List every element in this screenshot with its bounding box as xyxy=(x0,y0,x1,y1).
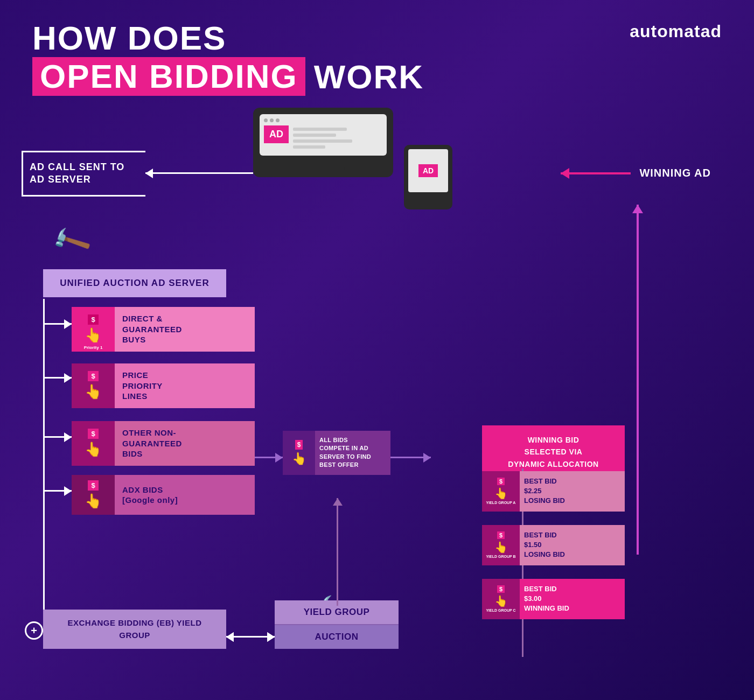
arrow-auction-up-head xyxy=(333,498,343,506)
arrow-monitor-to-adcall xyxy=(145,172,253,174)
yg-c-text: BEST BID$3.00WINNING BID xyxy=(520,579,625,619)
arrow-to-center-head xyxy=(275,453,283,463)
line1 xyxy=(293,128,347,131)
winning-bid-title: WINNING BIDSELECTED VIADYNAMIC ALLOCATIO… xyxy=(490,434,617,470)
winning-ad-arrowhead xyxy=(561,168,569,179)
monitor-stand xyxy=(312,156,334,166)
yg-b-text: BEST BID$1.50LOSING BID xyxy=(520,525,625,565)
item-icon-3: $ 👆 xyxy=(72,421,115,466)
yg-c-hand: 👆 xyxy=(494,594,508,607)
yg-b-dollar: $ xyxy=(497,531,505,539)
exchange-bidding-label: EXCHANGE BIDDING (EB) YIELD GROUP xyxy=(67,618,201,640)
item-icon-4: $ 👆 xyxy=(72,475,115,515)
hand-icon-2: 👆 xyxy=(85,383,102,400)
arrow-center-to-win xyxy=(390,457,431,458)
title-highlight: OPEN BIDDING xyxy=(32,57,305,96)
item-icon-1: $ 👆 Priority 1 xyxy=(72,307,115,352)
gavel-icon-top: 🔨 xyxy=(48,220,93,263)
monitor-content: AD xyxy=(264,125,382,151)
title-area: HOW DOES OPEN BIDDING WORK xyxy=(32,22,424,96)
logo: automatad xyxy=(630,22,722,41)
winning-ad-arrow xyxy=(561,172,631,174)
dollar-2: $ xyxy=(88,371,98,381)
yield-auction-box: YIELD GROUP AUCTION xyxy=(275,600,399,649)
winning-ad-label: WINNING AD xyxy=(639,167,711,179)
h-arrow-3-head xyxy=(64,432,72,442)
unified-auction-box: UNIFIED AUCTION AD SERVER xyxy=(43,269,226,297)
arrowhead-left xyxy=(145,169,153,178)
line3 xyxy=(293,139,352,143)
h-arrow-4-head xyxy=(64,486,72,496)
double-arrow-wrapper xyxy=(226,636,275,638)
dot2 xyxy=(270,118,274,122)
h-arrow-2-head xyxy=(64,373,72,383)
arrow-up-arrowhead xyxy=(632,205,643,213)
all-bids-icon: $ 👆 xyxy=(283,431,315,475)
yg-b-name: YIELD GROUP B xyxy=(486,555,515,558)
hand-icon-1: 👆 xyxy=(85,327,102,344)
title-row2: OPEN BIDDING WORK xyxy=(32,57,424,96)
yg-a-name: YIELD GROUP A xyxy=(486,501,516,505)
all-bids-text: ALL BIDSCOMPETE IN ADSERVER TO FINDBEST … xyxy=(315,431,390,475)
item-box-1: $ 👆 Priority 1 DIRECT &GUARANTEEDBUYS xyxy=(72,307,255,352)
tablet-screen: AD xyxy=(408,149,448,192)
title-suffix: WORK xyxy=(314,58,424,96)
arrow-to-center xyxy=(255,457,283,458)
plus-circle: + xyxy=(25,621,43,640)
exchange-bidding-box: EXCHANGE BIDDING (EB) YIELD GROUP xyxy=(43,610,226,649)
yield-group-a: $ 👆 YIELD GROUP A BEST BID$2.25LOSING BI… xyxy=(482,471,625,512)
monitor-lines xyxy=(293,128,352,151)
monitor: AD AD xyxy=(253,108,393,177)
item-label-2: PRICEPRIORITYLINES xyxy=(115,363,255,408)
yg-a-text: BEST BID$2.25LOSING BID xyxy=(520,471,625,512)
yg-b-hand: 👆 xyxy=(494,541,508,554)
winning-ad-area: WINNING AD xyxy=(561,167,711,179)
line2 xyxy=(293,134,336,137)
monitor-illustration: AD AD xyxy=(253,108,425,177)
dollar-3: $ xyxy=(88,429,98,439)
yg-c-dollar: $ xyxy=(497,585,505,593)
tablet-ad-label: AD xyxy=(418,164,438,177)
arrow-up-right xyxy=(637,205,639,555)
all-bids-hand: 👆 xyxy=(292,452,306,466)
yg-b-icon: $ 👆 YIELD GROUP B xyxy=(482,525,520,565)
yg-a-hand: 👆 xyxy=(494,487,508,500)
yield-group-c: $ 👆 YIELD GROUP C BEST BID$3.00WINNING B… xyxy=(482,579,625,619)
h-arrow-4 xyxy=(45,490,72,492)
title-line1: HOW DOES xyxy=(32,22,424,55)
h-arrow-2 xyxy=(45,377,72,379)
dollar-4: $ xyxy=(88,480,98,491)
ad-call-box: AD CALL SENT TOAD SERVER xyxy=(22,151,145,197)
item-label-1: DIRECT &GUARANTEEDBUYS xyxy=(115,307,255,352)
yg-a-dollar: $ xyxy=(497,478,505,485)
yg-c-name: YIELD GROUP C xyxy=(486,608,515,612)
h-arrow-1 xyxy=(45,323,72,325)
yg-a-icon: $ 👆 YIELD GROUP A xyxy=(482,471,520,512)
hand-icon-3: 👆 xyxy=(85,441,102,458)
h-arrow-3 xyxy=(45,436,72,438)
yield-group-b: $ 👆 YIELD GROUP B BEST BID$1.50LOSING BI… xyxy=(482,525,625,565)
monitor-ad-label: AD xyxy=(264,125,289,143)
monitor-screen: AD xyxy=(260,114,387,156)
tablet: AD xyxy=(404,145,452,209)
arrow-auction-up xyxy=(337,498,338,606)
left-vert-line xyxy=(43,299,45,627)
hand-icon-4: 👆 xyxy=(85,493,102,509)
arrow-center-to-win-head xyxy=(423,453,431,463)
h-arrow-1-head xyxy=(64,319,72,329)
item-box-4: $ 👆 ADX BIDS[Google only] xyxy=(72,475,255,515)
dot3 xyxy=(276,118,280,122)
ad-call-label: AD CALL SENT TOAD SERVER xyxy=(22,151,145,197)
dot1 xyxy=(264,118,268,122)
auction-label: AUCTION xyxy=(275,625,399,649)
dollar-1: $ xyxy=(88,314,98,325)
monitor-dots xyxy=(264,118,382,122)
item-icon-2: $ 👆 xyxy=(72,363,115,408)
item-box-2: $ 👆 PRICEPRIORITYLINES xyxy=(72,363,255,408)
item-label-4: ADX BIDS[Google only] xyxy=(115,475,255,515)
gavel-top: 🔨 xyxy=(54,226,87,257)
line4 xyxy=(293,145,325,149)
item-box-3: $ 👆 OTHER NON-GUARANTEEDBIDS xyxy=(72,421,255,466)
priority-label-1: Priority 1 xyxy=(84,345,103,350)
monitor-base xyxy=(302,166,345,171)
